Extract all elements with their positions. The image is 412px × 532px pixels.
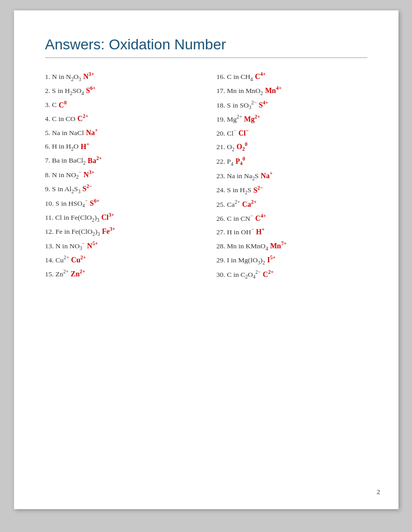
answer-29: 29. I in Mg(IO3)2 I5+	[217, 253, 367, 267]
page-title: Answers: Oxidation Number	[45, 36, 367, 53]
answer-21: 21. O2 O20	[217, 140, 367, 154]
answer-5: 5. Na in NaCl Na+	[45, 126, 196, 140]
answer-20: 20. Cl− Cl−	[217, 126, 367, 140]
answer-2: 2. S in H2SO4 S6+	[45, 84, 196, 98]
answer-27: 27. H in OH− H+	[217, 225, 367, 239]
left-column: 1. N in N2O3 N3+ 2. S in H2SO4 S6+ 3. C …	[45, 70, 196, 282]
answer-10: 10. S in HSO4− S6+	[45, 196, 196, 210]
answer-14: 14. Cu2+ Cu2+	[45, 253, 196, 267]
answer-7: 7. Ba in BaCl2 Ba2+	[45, 154, 196, 168]
answer-18: 18. S in SO32− S4+	[217, 98, 367, 112]
answer-19: 19. Mg2+ Mg2+	[217, 112, 367, 126]
answer-9: 9. S in Al2S3 S2−	[45, 182, 196, 196]
answer-12: 12. Fe in Fe(ClO2)3 Fe3+	[45, 224, 196, 238]
answer-8: 8. N in NO2− N3+	[45, 168, 196, 182]
answer-6: 6. H in H2O H+	[45, 140, 196, 154]
answer-30: 30. C in C2O42− C2+	[217, 268, 367, 282]
page-number: 2	[377, 488, 380, 496]
answer-22: 22. P4 P40	[217, 154, 367, 169]
answer-15: 15. Zn2+ Zn2+	[45, 267, 196, 281]
answer-11: 11. Cl in Fe(ClO2)3 Cl3+	[45, 210, 196, 224]
answer-1: 1. N in N2O3 N3+	[45, 70, 196, 84]
answer-3: 3. C C0	[45, 98, 196, 112]
answer-13: 13. N in NO3− N5+	[45, 239, 196, 253]
answers-grid: 1. N in N2O3 N3+ 2. S in H2SO4 S6+ 3. C …	[45, 70, 367, 282]
answer-4: 4. C in CO C2+	[45, 112, 196, 126]
title-divider	[45, 57, 367, 58]
answer-25: 25. Ca2+ Ca2+	[217, 197, 367, 211]
page: Answers: Oxidation Number 1. N in N2O3 N…	[14, 10, 398, 509]
answer-23: 23. Na in Na2S Na+	[217, 169, 367, 183]
answer-16: 16. C in CH4 C4+	[217, 70, 367, 84]
answer-26: 26. C in CN− C4+	[217, 211, 367, 225]
answer-24: 24. S in H2S S2−	[217, 183, 367, 197]
right-column: 16. C in CH4 C4+ 17. Mn in MnO2 Mn4+ 18.…	[217, 70, 367, 282]
answer-17: 17. Mn in MnO2 Mn4+	[217, 84, 367, 98]
answer-28: 28. Mn in KMnO4 Mn7+	[217, 239, 367, 253]
